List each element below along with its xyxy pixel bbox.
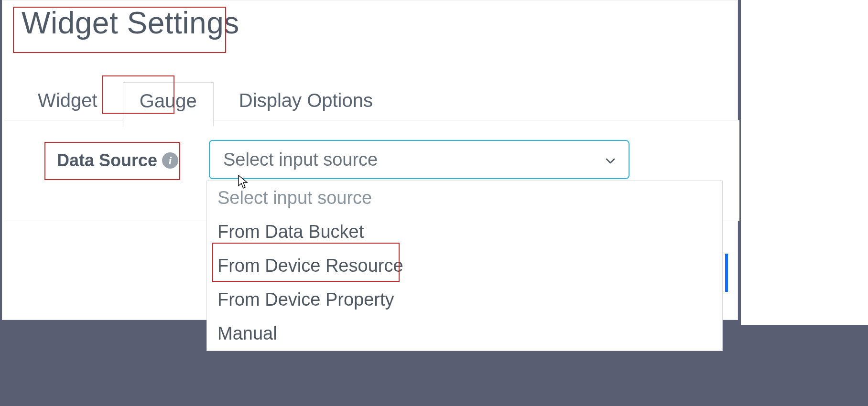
option-from-device-property[interactable]: From Device Property [207,283,722,317]
option-from-device-resource[interactable]: From Device Resource [207,249,722,283]
tab-bar-divider [4,120,739,120]
obscured-primary-button-edge [725,254,728,292]
cursor-icon [238,175,249,191]
annotation-box-data-source-label [44,142,180,180]
data-source-dropdown: Select input source From Data Bucket Fro… [206,181,723,351]
option-placeholder[interactable]: Select input source [207,181,722,215]
annotation-box-gauge-tab [102,75,174,114]
tab-display-options[interactable]: Display Options [223,82,389,125]
tab-widget[interactable]: Widget [22,82,114,125]
chevron-down-icon [605,155,616,167]
data-source-select[interactable]: Select input source [209,140,629,179]
modal-right-whitespace: e [741,0,868,325]
option-from-data-bucket[interactable]: From Data Bucket [207,215,722,249]
option-manual[interactable]: Manual [207,317,722,351]
select-placeholder-text: Select input source [223,150,378,170]
annotation-box-title [13,7,226,53]
